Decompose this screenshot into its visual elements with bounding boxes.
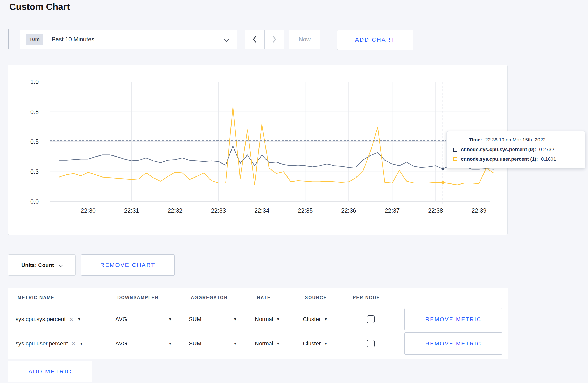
downsampler-select[interactable]: AVG▼ [115,340,172,347]
y-axis-tick-label: 0.0 [30,198,39,205]
caret-down-icon: ▼ [276,342,280,345]
x-axis-tick-label: 22:37 [385,207,400,214]
downsampler-select[interactable]: AVG▼ [115,316,172,323]
page-title: Custom Chart [9,2,70,12]
tooltip-series-label: cr.node.sys.cpu.sys.percent (0): [461,147,536,152]
remove-metric-button[interactable]: REMOVE METRIC [404,332,502,355]
remove-metric-label: REMOVE METRIC [425,341,481,347]
tooltip-series-row: cr.node.sys.cpu.user.percent (1): 0.1601 [453,156,578,162]
remove-metric-button[interactable]: REMOVE METRIC [404,308,502,330]
downsampler-value: AVG [115,316,127,323]
metric-name-select[interactable]: sys.cpu.user.percent × ▼ [16,340,115,347]
now-button-label: Now [299,36,311,43]
chevron-down-icon [58,263,63,267]
caret-down-icon: ▼ [233,342,237,345]
metric-row: sys.cpu.sys.percent × ▼ AVG▼ SUM▼ Normal… [8,307,508,331]
rate-select[interactable]: Normal▼ [255,316,280,323]
tooltip-series-row: cr.node.sys.cpu.sys.percent (0): 0.2732 [453,147,578,152]
hover-dot [442,168,444,170]
metric-name-value: sys.cpu.user.percent [16,340,68,347]
caret-down-icon: ▼ [168,342,172,345]
caret-down-icon[interactable]: ▼ [80,342,83,345]
rate-select[interactable]: Normal▼ [255,340,280,347]
chevron-left-icon [252,36,257,43]
per-node-checkbox[interactable] [367,315,375,323]
col-header-rate: RATE [255,295,303,300]
caret-down-icon: ▼ [324,317,328,321]
source-select[interactable]: Cluster▼ [303,316,328,323]
aggregator-value: SUM [189,340,201,347]
aggregator-select[interactable]: SUM▼ [189,316,237,323]
add-metric-button[interactable]: ADD METRIC [8,361,92,382]
add-chart-button[interactable]: ADD CHART [337,30,413,50]
remove-chart-button[interactable]: REMOVE CHART [81,254,175,276]
units-select-label: Units: Count [21,262,54,268]
add-chart-label: ADD CHART [355,37,395,43]
x-axis-tick-label: 22:39 [472,207,487,214]
y-axis-tick-label: 0.8 [30,109,39,115]
caret-down-icon: ▼ [276,317,280,321]
next-time-button[interactable] [265,30,284,49]
tooltip-time-row: Time: 22:38:10 on Mar 15th, 2022 [453,137,578,143]
caret-down-icon[interactable]: ▼ [77,317,81,321]
y-axis-tick-label: 0.3 [30,168,39,175]
downsampler-value: AVG [115,340,127,347]
x-axis-tick-label: 22:38 [428,207,443,214]
x-axis-tick-label: 22:31 [124,207,139,214]
metric-name-select[interactable]: sys.cpu.sys.percent × ▼ [16,316,115,323]
rate-value: Normal [255,340,273,347]
chart-tooltip: Time: 22:38:10 on Mar 15th, 2022 cr.node… [446,131,585,168]
y-axis-tick-label: 1.0 [30,79,39,85]
caret-down-icon: ▼ [324,342,328,345]
aggregator-value: SUM [189,316,201,323]
col-header-source: SOURCE [303,295,351,300]
chart-card: 0.00.30.50.81.022:3022:3122:3222:3322:34… [8,65,508,235]
metrics-table: METRIC NAME DOWNSAMPLER AGGREGATOR RATE … [8,288,508,359]
col-header-per-node: PER NODE [351,295,395,300]
aggregator-select[interactable]: SUM▼ [189,340,237,347]
hover-dot [442,181,444,184]
x-axis-tick-label: 22:30 [81,207,96,214]
metrics-table-header: METRIC NAME DOWNSAMPLER AGGREGATOR RATE … [8,288,508,307]
time-nav-group [245,30,284,49]
col-header-aggregator: AGGREGATOR [189,295,255,300]
x-axis-tick-label: 22:35 [298,207,313,214]
toolbar-divider [8,29,9,49]
caret-down-icon: ▼ [233,317,237,321]
tooltip-series-value: 0.2732 [539,147,554,152]
remove-chart-label: REMOVE CHART [100,262,156,268]
tooltip-series-label: cr.node.sys.cpu.user.percent (1): [461,156,538,162]
chevron-right-icon [272,36,277,43]
sys-series-swatch-icon [453,148,457,152]
chevron-down-icon [224,36,229,42]
series-line-0 [59,146,493,169]
metric-name-value: sys.cpu.sys.percent [16,316,66,323]
clear-metric-icon[interactable]: × [72,340,75,347]
source-value: Cluster [303,340,321,347]
tooltip-time-value: 22:38:10 on Mar 15th, 2022 [485,137,545,143]
clear-metric-icon[interactable]: × [69,316,73,323]
user-series-swatch-icon [453,157,457,161]
units-select[interactable]: Units: Count [8,254,76,276]
x-axis-tick-label: 22:36 [341,207,356,214]
timeseries-chart[interactable]: 0.00.30.50.81.022:3022:3122:3222:3322:34… [8,65,507,235]
time-range-badge: 10m [26,34,43,45]
x-axis-tick-label: 22:32 [167,207,183,214]
now-button[interactable]: Now [289,30,320,49]
caret-down-icon: ▼ [168,317,172,321]
custom-chart-page: Custom Chart 10m Past 10 Minutes Now ADD… [0,0,588,383]
time-range-select[interactable]: 10m Past 10 Minutes [20,30,237,49]
add-metric-label: ADD METRIC [29,368,72,375]
source-value: Cluster [303,316,321,323]
rate-value: Normal [255,316,273,323]
col-header-metric-name: METRIC NAME [16,295,115,300]
y-axis-tick-label: 0.5 [30,138,39,145]
per-node-checkbox[interactable] [367,340,375,347]
remove-metric-label: REMOVE METRIC [425,316,481,322]
tooltip-series-value: 0.1601 [541,156,556,162]
x-axis-tick-label: 22:33 [211,207,226,214]
prev-time-button[interactable] [245,30,265,49]
tooltip-time-label: Time: [469,137,482,143]
source-select[interactable]: Cluster▼ [303,340,328,347]
series-line-1 [59,107,493,185]
